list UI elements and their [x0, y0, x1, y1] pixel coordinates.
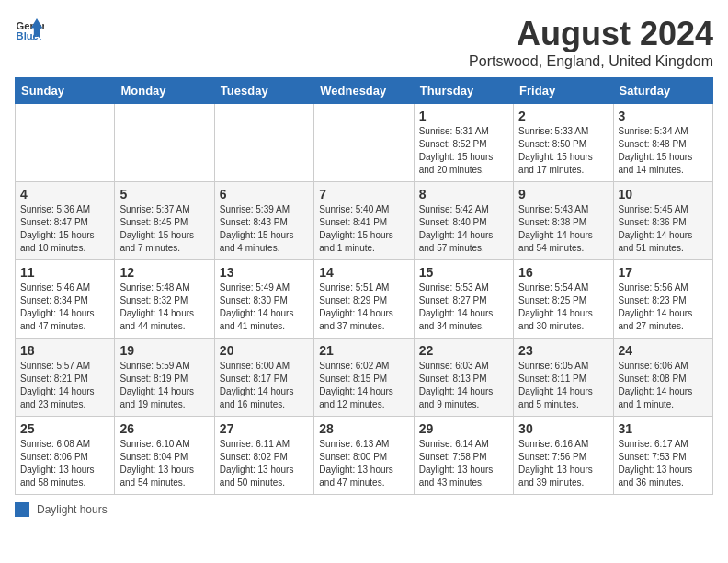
- day-number: 10: [619, 187, 708, 201]
- day-number: 17: [619, 265, 708, 280]
- day-number: 19: [119, 343, 209, 358]
- day-info: Sunrise: 5:43 AM Sunset: 8:38 PM Dayligh…: [518, 203, 608, 255]
- day-number: 29: [419, 421, 508, 436]
- day-info: Sunrise: 5:49 AM Sunset: 8:30 PM Dayligh…: [220, 282, 309, 333]
- day-number: 4: [20, 187, 109, 201]
- day-number: 12: [119, 265, 209, 280]
- day-info: Sunrise: 6:17 AM Sunset: 7:53 PM Dayligh…: [619, 438, 708, 489]
- title-block: August 2024 Portswood, England, United K…: [469, 15, 713, 70]
- day-number: 22: [419, 343, 508, 358]
- day-info: Sunrise: 5:33 AM Sunset: 8:50 PM Dayligh…: [518, 125, 608, 177]
- day-number: 18: [20, 343, 109, 358]
- column-header-monday: Monday: [115, 78, 214, 104]
- week-row-3: 11Sunrise: 5:46 AM Sunset: 8:34 PM Dayli…: [16, 260, 713, 339]
- logo: General Blue: [15, 15, 44, 44]
- logo-icon: General Blue: [15, 15, 44, 44]
- day-info: Sunrise: 6:10 AM Sunset: 8:04 PM Dayligh…: [119, 438, 209, 489]
- calendar-cell: [314, 104, 414, 182]
- day-number: 8: [419, 187, 508, 201]
- calendar-cell: 1Sunrise: 5:31 AM Sunset: 8:52 PM Daylig…: [414, 104, 513, 182]
- calendar-cell: 5Sunrise: 5:37 AM Sunset: 8:45 PM Daylig…: [115, 182, 214, 260]
- calendar-cell: 14Sunrise: 5:51 AM Sunset: 8:29 PM Dayli…: [314, 260, 414, 339]
- day-number: 5: [119, 187, 209, 201]
- day-number: 26: [119, 421, 209, 436]
- day-info: Sunrise: 5:39 AM Sunset: 8:43 PM Dayligh…: [220, 203, 309, 255]
- column-header-sunday: Sunday: [16, 78, 115, 104]
- day-number: 31: [619, 421, 708, 436]
- calendar-cell: 2Sunrise: 5:33 AM Sunset: 8:50 PM Daylig…: [514, 104, 613, 182]
- day-number: 6: [220, 187, 309, 201]
- day-info: Sunrise: 6:11 AM Sunset: 8:02 PM Dayligh…: [220, 438, 309, 489]
- day-number: 30: [518, 421, 608, 436]
- week-row-5: 25Sunrise: 6:08 AM Sunset: 8:06 PM Dayli…: [16, 417, 713, 495]
- day-number: 2: [518, 109, 608, 123]
- calendar-cell: 21Sunrise: 6:02 AM Sunset: 8:15 PM Dayli…: [314, 339, 414, 417]
- location: Portswood, England, United Kingdom: [469, 53, 713, 70]
- day-info: Sunrise: 6:05 AM Sunset: 8:11 PM Dayligh…: [518, 360, 608, 411]
- column-header-wednesday: Wednesday: [314, 78, 414, 104]
- calendar-cell: 24Sunrise: 6:06 AM Sunset: 8:08 PM Dayli…: [613, 339, 712, 417]
- day-info: Sunrise: 6:06 AM Sunset: 8:08 PM Dayligh…: [619, 360, 708, 411]
- calendar-cell: [16, 104, 115, 182]
- calendar-cell: 4Sunrise: 5:36 AM Sunset: 8:47 PM Daylig…: [16, 182, 115, 260]
- column-header-saturday: Saturday: [613, 78, 712, 104]
- day-info: Sunrise: 6:16 AM Sunset: 7:56 PM Dayligh…: [518, 438, 608, 489]
- column-header-friday: Friday: [514, 78, 613, 104]
- page-header: General Blue August 2024 Portswood, Engl…: [15, 15, 713, 70]
- calendar-cell: 25Sunrise: 6:08 AM Sunset: 8:06 PM Dayli…: [16, 417, 115, 495]
- day-info: Sunrise: 5:54 AM Sunset: 8:25 PM Dayligh…: [518, 282, 608, 333]
- day-info: Sunrise: 6:14 AM Sunset: 7:58 PM Dayligh…: [419, 438, 508, 489]
- footer: Daylight hours: [15, 502, 713, 517]
- day-number: 20: [220, 343, 309, 358]
- calendar-cell: 27Sunrise: 6:11 AM Sunset: 8:02 PM Dayli…: [214, 417, 313, 495]
- day-number: 24: [619, 343, 708, 358]
- calendar-cell: 7Sunrise: 5:40 AM Sunset: 8:41 PM Daylig…: [314, 182, 414, 260]
- week-row-4: 18Sunrise: 5:57 AM Sunset: 8:21 PM Dayli…: [16, 339, 713, 417]
- calendar-cell: 8Sunrise: 5:42 AM Sunset: 8:40 PM Daylig…: [414, 182, 513, 260]
- day-info: Sunrise: 6:13 AM Sunset: 8:00 PM Dayligh…: [319, 438, 408, 489]
- day-info: Sunrise: 5:36 AM Sunset: 8:47 PM Dayligh…: [20, 203, 109, 255]
- day-info: Sunrise: 5:37 AM Sunset: 8:45 PM Dayligh…: [119, 203, 209, 255]
- calendar-cell: 29Sunrise: 6:14 AM Sunset: 7:58 PM Dayli…: [414, 417, 513, 495]
- day-info: Sunrise: 5:48 AM Sunset: 8:32 PM Dayligh…: [119, 282, 209, 333]
- day-number: 23: [518, 343, 608, 358]
- day-info: Sunrise: 5:46 AM Sunset: 8:34 PM Dayligh…: [20, 282, 109, 333]
- day-number: 11: [20, 265, 109, 280]
- calendar-cell: 12Sunrise: 5:48 AM Sunset: 8:32 PM Dayli…: [115, 260, 214, 339]
- day-number: 9: [518, 187, 608, 201]
- week-row-1: 1Sunrise: 5:31 AM Sunset: 8:52 PM Daylig…: [16, 104, 713, 182]
- day-number: 13: [220, 265, 309, 280]
- calendar-cell: 9Sunrise: 5:43 AM Sunset: 8:38 PM Daylig…: [514, 182, 613, 260]
- calendar-cell: [214, 104, 313, 182]
- daylight-label: Daylight hours: [37, 503, 108, 516]
- calendar-cell: 30Sunrise: 6:16 AM Sunset: 7:56 PM Dayli…: [514, 417, 613, 495]
- day-number: 7: [319, 187, 408, 201]
- calendar-cell: 20Sunrise: 6:00 AM Sunset: 8:17 PM Dayli…: [214, 339, 313, 417]
- calendar-cell: 26Sunrise: 6:10 AM Sunset: 8:04 PM Dayli…: [115, 417, 214, 495]
- day-info: Sunrise: 5:53 AM Sunset: 8:27 PM Dayligh…: [419, 282, 508, 333]
- calendar-cell: 22Sunrise: 6:03 AM Sunset: 8:13 PM Dayli…: [414, 339, 513, 417]
- daylight-legend-box: [15, 502, 29, 517]
- day-info: Sunrise: 5:56 AM Sunset: 8:23 PM Dayligh…: [619, 282, 708, 333]
- day-number: 25: [20, 421, 109, 436]
- calendar-cell: 15Sunrise: 5:53 AM Sunset: 8:27 PM Dayli…: [414, 260, 513, 339]
- calendar-cell: 23Sunrise: 6:05 AM Sunset: 8:11 PM Dayli…: [514, 339, 613, 417]
- day-number: 27: [220, 421, 309, 436]
- day-number: 16: [518, 265, 608, 280]
- day-info: Sunrise: 6:00 AM Sunset: 8:17 PM Dayligh…: [220, 360, 309, 411]
- day-info: Sunrise: 6:03 AM Sunset: 8:13 PM Dayligh…: [419, 360, 508, 411]
- calendar-cell: 6Sunrise: 5:39 AM Sunset: 8:43 PM Daylig…: [214, 182, 313, 260]
- column-header-tuesday: Tuesday: [214, 78, 313, 104]
- week-row-2: 4Sunrise: 5:36 AM Sunset: 8:47 PM Daylig…: [16, 182, 713, 260]
- day-number: 14: [319, 265, 408, 280]
- calendar-cell: 16Sunrise: 5:54 AM Sunset: 8:25 PM Dayli…: [514, 260, 613, 339]
- day-info: Sunrise: 5:51 AM Sunset: 8:29 PM Dayligh…: [319, 282, 408, 333]
- calendar-cell: 3Sunrise: 5:34 AM Sunset: 8:48 PM Daylig…: [613, 104, 712, 182]
- day-info: Sunrise: 6:08 AM Sunset: 8:06 PM Dayligh…: [20, 438, 109, 489]
- calendar-cell: 11Sunrise: 5:46 AM Sunset: 8:34 PM Dayli…: [16, 260, 115, 339]
- calendar-table: SundayMondayTuesdayWednesdayThursdayFrid…: [15, 77, 713, 495]
- day-number: 1: [419, 109, 508, 123]
- day-number: 28: [319, 421, 408, 436]
- day-info: Sunrise: 5:42 AM Sunset: 8:40 PM Dayligh…: [419, 203, 508, 255]
- calendar-cell: 18Sunrise: 5:57 AM Sunset: 8:21 PM Dayli…: [16, 339, 115, 417]
